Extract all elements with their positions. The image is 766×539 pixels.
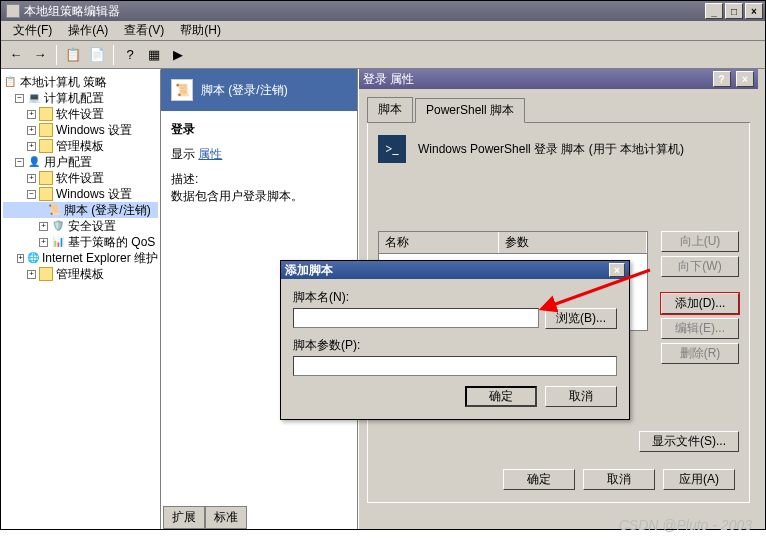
help-icon[interactable]: ? xyxy=(119,44,141,66)
expand-icon[interactable]: + xyxy=(27,126,36,135)
script-name-input[interactable] xyxy=(293,308,539,328)
folder-icon xyxy=(39,107,53,121)
tree-computer-config[interactable]: −💻计算机配置 xyxy=(3,90,158,106)
add-button[interactable]: 添加(D)... xyxy=(661,293,739,314)
ie-icon: 🌐 xyxy=(27,251,39,265)
add-script-titlebar: 添加脚本 × xyxy=(281,261,629,279)
tab-extended[interactable]: 扩展 xyxy=(163,506,205,529)
tree-scripts[interactable]: 📜脚本 (登录/注销) xyxy=(3,202,158,218)
tree-cc-windows[interactable]: +Windows 设置 xyxy=(3,122,158,138)
minimize-button[interactable]: _ xyxy=(705,3,723,19)
tabs: 脚本 PowerShell 脚本 xyxy=(367,97,750,123)
tree-cc-templates[interactable]: +管理模板 xyxy=(3,138,158,154)
folder-icon xyxy=(39,171,53,185)
expand-icon[interactable]: + xyxy=(27,110,36,119)
forward-button[interactable]: → xyxy=(29,44,51,66)
ok-button[interactable]: 确定 xyxy=(465,386,537,407)
folder-icon xyxy=(39,139,53,153)
tree-pane: 📋本地计算机 策略 −💻计算机配置 +软件设置 +Windows 设置 +管理模… xyxy=(1,69,161,529)
add-dialog-buttons: 确定 取消 xyxy=(293,386,617,407)
collapse-icon[interactable]: − xyxy=(27,190,36,199)
tab-script[interactable]: 脚本 xyxy=(367,97,413,122)
expand-icon[interactable]: + xyxy=(27,270,36,279)
maximize-button[interactable]: □ xyxy=(725,3,743,19)
toolbar-separator xyxy=(113,45,114,65)
ps-description-row: >_ Windows PowerShell 登录 脚本 (用于 本地计算机) xyxy=(378,135,739,163)
toolbar-btn-4[interactable]: ▶ xyxy=(167,44,189,66)
tree-cc-software[interactable]: +软件设置 xyxy=(3,106,158,122)
properties-titlebar: 登录 属性 ? × xyxy=(359,69,758,89)
info-header-title: 脚本 (登录/注销) xyxy=(201,82,288,99)
info-desc: 数据包含用户登录脚本。 xyxy=(171,189,303,203)
menu-help[interactable]: 帮助(H) xyxy=(172,20,229,41)
script-param-input[interactable] xyxy=(293,356,617,376)
tree: 📋本地计算机 策略 −💻计算机配置 +软件设置 +Windows 设置 +管理模… xyxy=(1,70,160,286)
apply-button[interactable]: 应用(A) xyxy=(663,469,735,490)
tree-uc-windows[interactable]: −Windows 设置 xyxy=(3,186,158,202)
bottom-tabs: 扩展 标准 xyxy=(163,506,247,529)
expand-icon[interactable]: + xyxy=(17,254,24,263)
tree-ie[interactable]: +🌐Internet Explorer 维护 xyxy=(3,250,158,266)
script-icon: 📜 xyxy=(171,79,193,101)
show-files-button[interactable]: 显示文件(S)... xyxy=(639,431,739,452)
info-body: 登录 显示 属性 描述:数据包含用户登录脚本。 xyxy=(161,111,357,223)
cancel-button[interactable]: 取消 xyxy=(545,386,617,407)
properties-title: 登录 属性 xyxy=(363,71,414,88)
dialog-buttons: 确定 取消 应用(A) xyxy=(503,469,735,490)
info-login-heading: 登录 xyxy=(171,121,347,138)
ok-button[interactable]: 确定 xyxy=(503,469,575,490)
tab-standard[interactable]: 标准 xyxy=(205,506,247,529)
tree-security[interactable]: +🛡️安全设置 xyxy=(3,218,158,234)
add-script-body: 脚本名(N): 浏览(B)... 脚本参数(P): 确定 取消 xyxy=(281,279,629,417)
window-title: 本地组策略编辑器 xyxy=(24,3,120,20)
list-header: 名称 参数 xyxy=(379,232,647,254)
toolbar-btn-3[interactable]: ▦ xyxy=(143,44,165,66)
collapse-icon[interactable]: − xyxy=(15,158,24,167)
tree-user-config[interactable]: −👤用户配置 xyxy=(3,154,158,170)
security-icon: 🛡️ xyxy=(51,219,65,233)
add-script-title: 添加脚本 xyxy=(285,262,333,279)
properties-link[interactable]: 属性 xyxy=(198,147,222,161)
move-down-button[interactable]: 向下(W) xyxy=(661,256,739,277)
edit-button[interactable]: 编辑(E)... xyxy=(661,318,739,339)
tree-root[interactable]: 📋本地计算机 策略 xyxy=(3,74,158,90)
folder-icon xyxy=(39,267,53,281)
ps-description: Windows PowerShell 登录 脚本 (用于 本地计算机) xyxy=(418,141,684,158)
script-param-label: 脚本参数(P): xyxy=(293,337,617,354)
menu-file[interactable]: 文件(F) xyxy=(5,20,60,41)
toolbar-btn-2[interactable]: 📄 xyxy=(86,44,108,66)
tree-qos[interactable]: +📊基于策略的 QoS xyxy=(3,234,158,250)
menu-action[interactable]: 操作(A) xyxy=(60,20,116,41)
close-button[interactable]: × xyxy=(609,263,625,277)
folder-icon xyxy=(39,123,53,137)
collapse-icon[interactable]: − xyxy=(15,94,24,103)
toolbar-btn-1[interactable]: 📋 xyxy=(62,44,84,66)
expand-icon[interactable]: + xyxy=(39,238,48,247)
script-name-label: 脚本名(N): xyxy=(293,289,617,306)
col-name[interactable]: 名称 xyxy=(379,232,499,253)
tree-uc-templates[interactable]: +管理模板 xyxy=(3,266,158,282)
col-param[interactable]: 参数 xyxy=(499,232,647,253)
browse-button[interactable]: 浏览(B)... xyxy=(545,308,617,329)
close-button[interactable]: × xyxy=(736,71,754,87)
titlebar: 本地组策略编辑器 _ □ × xyxy=(1,1,765,21)
expand-icon[interactable]: + xyxy=(39,222,48,231)
watermark: CSDN @Pluto - 2003 xyxy=(619,517,752,533)
move-up-button[interactable]: 向上(U) xyxy=(661,231,739,252)
tree-uc-software[interactable]: +软件设置 xyxy=(3,170,158,186)
side-buttons: 向上(U) 向下(W) 添加(D)... 编辑(E)... 删除(R) xyxy=(661,231,739,364)
back-button[interactable]: ← xyxy=(5,44,27,66)
menubar: 文件(F) 操作(A) 查看(V) 帮助(H) xyxy=(1,21,765,41)
close-button[interactable]: × xyxy=(745,3,763,19)
expand-icon[interactable]: + xyxy=(27,174,36,183)
expand-icon[interactable]: + xyxy=(27,142,36,151)
add-script-dialog: 添加脚本 × 脚本名(N): 浏览(B)... 脚本参数(P): 确定 取消 xyxy=(280,260,630,420)
script-icon: 📜 xyxy=(47,203,61,217)
cancel-button[interactable]: 取消 xyxy=(583,469,655,490)
help-button[interactable]: ? xyxy=(713,71,731,87)
tab-powershell[interactable]: PowerShell 脚本 xyxy=(415,98,525,123)
delete-button[interactable]: 删除(R) xyxy=(661,343,739,364)
menu-view[interactable]: 查看(V) xyxy=(116,20,172,41)
window-controls: _ □ × xyxy=(703,3,763,19)
folder-icon xyxy=(39,187,53,201)
